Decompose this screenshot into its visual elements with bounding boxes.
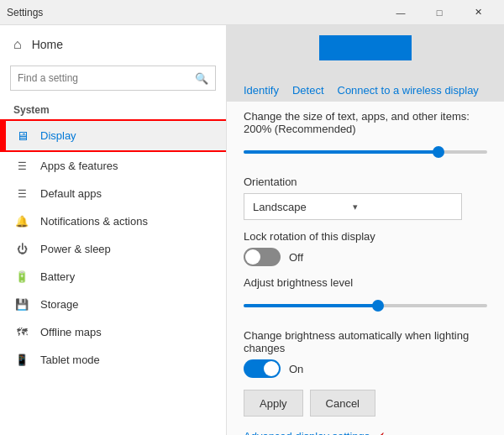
- brightness-slider-track: [244, 304, 487, 307]
- auto-brightness-toggle-row: On: [244, 359, 487, 378]
- lock-rotation-toggle-row: Off: [244, 248, 487, 266]
- advanced-display-link[interactable]: Advanced display settings: [244, 430, 370, 435]
- default-apps-icon: ☰: [13, 188, 30, 200]
- titlebar: Settings — □ ✕: [0, 0, 504, 25]
- battery-icon: 🔋: [13, 270, 30, 283]
- sidebar-item-label: Notifications & actions: [40, 215, 148, 228]
- sidebar-item-label: Power & sleep: [40, 243, 111, 255]
- sidebar-section-label: System: [0, 99, 226, 119]
- sidebar-item-label: Display: [40, 129, 76, 142]
- sidebar-item-label: Tablet mode: [40, 354, 100, 366]
- advanced-link-wrapper: Advanced display settings ←: [244, 427, 370, 435]
- offline-maps-icon: 🗺: [13, 326, 30, 338]
- lock-rotation-label: Lock rotation of this display: [244, 230, 487, 243]
- scale-setting: Change the size of text, apps, and other…: [244, 110, 487, 165]
- toggle-knob-on: [264, 361, 279, 376]
- close-button[interactable]: ✕: [459, 0, 497, 25]
- content-area: Identify Detect Connect to a wireless di…: [227, 25, 504, 435]
- sidebar-item-display[interactable]: 🖥 Display: [0, 119, 226, 152]
- sidebar-item-power[interactable]: ⏻ Power & sleep: [0, 235, 226, 263]
- sidebar-item-battery[interactable]: 🔋 Battery: [0, 263, 226, 291]
- auto-brightness-state: On: [289, 363, 303, 375]
- notifications-icon: 🔔: [13, 215, 30, 228]
- home-label: Home: [32, 38, 63, 51]
- connect-wireless-link[interactable]: Connect to a wireless display: [338, 84, 479, 97]
- cancel-button[interactable]: Cancel: [310, 390, 375, 417]
- sidebar-item-notifications[interactable]: 🔔 Notifications & actions: [0, 207, 226, 235]
- toggle-knob: [245, 249, 260, 265]
- sidebar-item-label: Default apps: [40, 187, 102, 200]
- sidebar-item-label: Apps & features: [40, 160, 118, 172]
- sidebar-item-home[interactable]: ⌂ Home: [0, 29, 226, 60]
- detect-link[interactable]: Detect: [292, 84, 324, 97]
- auto-brightness-label: Change brightness automatically when lig…: [244, 329, 487, 354]
- sidebar: ⌂ Home 🔍 System 🖥 Display ☰ Apps & featu…: [0, 25, 227, 435]
- brightness-setting: Adjust brightness level: [244, 276, 487, 319]
- identify-link[interactable]: Identify: [244, 84, 279, 97]
- display-preview-area: [227, 25, 504, 77]
- home-icon: ⌂: [13, 37, 22, 52]
- search-icon: 🔍: [188, 72, 215, 85]
- search-input[interactable]: [11, 72, 188, 84]
- scale-slider-fill: [244, 150, 438, 154]
- arrow-indicator: ←: [375, 422, 398, 435]
- brightness-label: Adjust brightness level: [244, 276, 487, 289]
- tablet-mode-icon: 📱: [13, 354, 30, 366]
- orientation-dropdown[interactable]: Landscape ▾: [244, 193, 462, 220]
- lock-rotation-setting: Lock rotation of this display Off: [244, 230, 487, 266]
- brightness-slider-thumb[interactable]: [372, 300, 384, 312]
- brightness-slider-container: [244, 294, 487, 319]
- links-row: Identify Detect Connect to a wireless di…: [227, 77, 504, 102]
- monitor-preview: [319, 35, 412, 60]
- sidebar-item-storage[interactable]: 💾 Storage: [0, 291, 226, 318]
- sidebar-item-apps[interactable]: ☰ Apps & features: [0, 152, 226, 180]
- settings-content: Change the size of text, apps, and other…: [227, 102, 504, 435]
- action-buttons: Apply Cancel: [244, 390, 487, 417]
- sidebar-item-tablet-mode[interactable]: 📱 Tablet mode: [0, 346, 226, 374]
- lock-rotation-toggle[interactable]: [244, 248, 281, 266]
- orientation-setting: Orientation Landscape ▾: [244, 176, 487, 220]
- maximize-button[interactable]: □: [420, 0, 459, 25]
- sidebar-item-label: Battery: [40, 270, 75, 283]
- orientation-value: Landscape: [253, 201, 353, 213]
- sidebar-item-label: Storage: [40, 298, 79, 311]
- sidebar-item-offline-maps[interactable]: 🗺 Offline maps: [0, 318, 226, 346]
- minimize-button[interactable]: —: [381, 0, 420, 25]
- auto-brightness-toggle[interactable]: [244, 359, 281, 378]
- lock-rotation-state: Off: [289, 251, 303, 264]
- scale-slider-container: [244, 140, 487, 165]
- display-icon: 🖥: [13, 128, 30, 143]
- brightness-slider-fill: [244, 304, 378, 307]
- sidebar-item-default-apps[interactable]: ☰ Default apps: [0, 180, 226, 207]
- window-controls: — □ ✕: [381, 0, 497, 25]
- auto-brightness-setting: Change brightness automatically when lig…: [244, 329, 487, 378]
- apply-button[interactable]: Apply: [244, 390, 303, 417]
- scale-slider-track: [244, 150, 487, 154]
- storage-icon: 💾: [13, 298, 30, 311]
- scale-slider-thumb[interactable]: [433, 146, 444, 158]
- orientation-label: Orientation: [244, 176, 487, 188]
- sidebar-item-label: Offline maps: [40, 326, 102, 338]
- apps-icon: ☰: [13, 160, 30, 172]
- chevron-down-icon: ▾: [353, 202, 453, 212]
- search-box[interactable]: 🔍: [10, 66, 216, 91]
- scale-label: Change the size of text, apps, and other…: [244, 110, 487, 135]
- power-icon: ⏻: [13, 243, 30, 255]
- app-body: ⌂ Home 🔍 System 🖥 Display ☰ Apps & featu…: [0, 25, 504, 435]
- window-title: Settings: [7, 7, 381, 18]
